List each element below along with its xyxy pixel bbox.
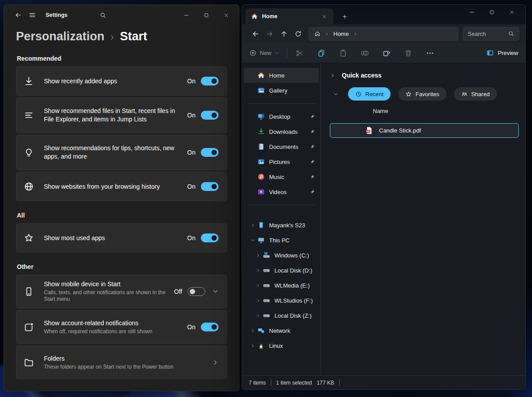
minimize-button[interactable] — [176, 8, 196, 23]
toggle-switch[interactable] — [201, 111, 219, 120]
chevron-right-icon[interactable] — [254, 296, 262, 305]
sidebar-item-documents[interactable]: Documents — [244, 139, 319, 154]
nav-back-button[interactable] — [248, 27, 262, 40]
minimize-button[interactable] — [462, 5, 482, 19]
settings-item-show-account-related-notifications[interactable]: Show account-related notificationsWhen o… — [16, 310, 227, 344]
hamburger-icon — [29, 12, 36, 19]
breadcrumb-parent[interactable]: Personalization — [16, 30, 105, 43]
chevron-right-icon[interactable] — [330, 73, 336, 78]
share-icon[interactable] — [382, 49, 391, 58]
maximize-button[interactable] — [196, 8, 216, 23]
chevron-right-icon[interactable] — [353, 31, 358, 36]
chevron-down-icon — [212, 288, 219, 295]
close-button[interactable] — [502, 5, 522, 19]
maximize-icon — [489, 9, 495, 15]
arrow-up-icon — [280, 30, 288, 38]
explorer-tabstrip: Home — [242, 5, 525, 24]
sidebar-item-network[interactable]: Network — [244, 323, 319, 338]
setting-description: Calls, texts, and other notifications ar… — [44, 289, 170, 303]
sidebar-item-wlstudios-f[interactable]: WLStudios (F:) — [244, 293, 319, 308]
settings-item-show-recommendations-for-tips-shortcuts-new-apps-and-more[interactable]: Show recommendations for tips, shortcuts… — [16, 135, 227, 170]
tab-favorites[interactable]: Favorites — [398, 87, 446, 101]
chevron-right-icon[interactable] — [325, 31, 329, 36]
toggle-switch[interactable] — [201, 323, 219, 331]
setting-label: Folders — [44, 354, 201, 363]
sidebar-item-music[interactable]: Music — [244, 169, 319, 184]
toggle-switch[interactable] — [188, 287, 205, 296]
menu-button[interactable] — [25, 8, 39, 22]
tab-recent[interactable]: Recent — [348, 87, 391, 101]
sidebar-item-videos[interactable]: Videos — [244, 184, 319, 199]
sidebar-item-label: Windows (C:) — [274, 252, 315, 259]
nav-forward-button[interactable] — [262, 27, 277, 40]
settings-item-show-recommended-files-in-start-recent-files-in-file-explorer-and-items-in-jump-lists[interactable]: Show recommended files in Start, recent … — [16, 97, 227, 133]
settings-item-show-most-used-apps[interactable]: Show most used appsOn — [16, 223, 227, 253]
copy-icon[interactable] — [317, 49, 326, 58]
search-button[interactable] — [96, 8, 110, 22]
sidebar-item-gallery[interactable]: Gallery — [244, 83, 319, 98]
sidebar-item-this-pc[interactable]: This PC — [244, 233, 319, 248]
more-icon[interactable] — [426, 49, 434, 58]
sidebar-item-local-disk-d[interactable]: Local Disk (D:) — [244, 263, 319, 278]
sidebar-item-home[interactable]: Home — [244, 68, 319, 83]
sidebar-item-wlmedia-e[interactable]: WLMedia (E:) — [244, 278, 319, 293]
chevron-right-icon[interactable] — [254, 281, 262, 290]
toggle-state-label: On — [187, 112, 196, 119]
toggle-switch[interactable] — [201, 234, 219, 242]
close-button[interactable] — [216, 8, 236, 23]
settings-item-show-websites-from-your-browsing-history[interactable]: Show websites from your browsing history… — [16, 172, 227, 201]
settings-item-folders[interactable]: FoldersThese folders appear on Start nex… — [16, 346, 227, 379]
sidebar-item-local-disk-z[interactable]: Local Disk (Z:) — [244, 308, 319, 323]
chevron-right-icon[interactable] — [248, 326, 257, 335]
chevron-down-icon[interactable] — [333, 91, 339, 97]
chevron-right-icon — [256, 298, 261, 303]
tab-close-button[interactable] — [319, 12, 329, 21]
search-box[interactable]: Search — [463, 27, 519, 41]
toggle-state-label: Off — [174, 288, 182, 295]
back-button[interactable] — [11, 8, 25, 22]
sidebar-item-mayank-s-s23[interactable]: Mayank's S23 — [244, 218, 319, 233]
toggle-switch[interactable] — [201, 148, 219, 157]
address-segment-home[interactable]: Home — [333, 31, 349, 37]
cut-icon[interactable] — [295, 49, 304, 58]
new-tab-button[interactable] — [338, 10, 351, 23]
chevron-right-icon[interactable] — [254, 311, 262, 320]
chevron-right-icon[interactable] — [254, 251, 262, 260]
sidebar-item-pictures[interactable]: Pictures — [244, 154, 319, 169]
preview-toggle[interactable]: Preview — [486, 49, 518, 57]
chevron-right-icon[interactable] — [248, 341, 257, 350]
tab-shared[interactable]: Shared — [454, 87, 497, 101]
column-header-name[interactable]: Name — [373, 108, 517, 114]
rename-icon[interactable] — [360, 49, 369, 58]
nav-up-button[interactable] — [277, 27, 291, 40]
status-bar: 7 items 1 item selected 177 KB — [242, 375, 525, 389]
home-icon — [314, 31, 321, 37]
chevron-right-icon[interactable] — [254, 266, 262, 275]
explorer-tab-home[interactable]: Home — [246, 8, 333, 24]
sidebar-item-downloads[interactable]: Downloads — [244, 124, 319, 139]
maximize-icon — [203, 12, 209, 18]
paste-icon[interactable] — [339, 49, 348, 58]
chevron-down-icon[interactable] — [248, 236, 257, 245]
arrow-left-icon — [252, 30, 259, 38]
sidebar-item-label: Gallery — [269, 87, 315, 94]
setting-controls: On — [187, 111, 219, 120]
toggle-switch[interactable] — [201, 77, 219, 86]
file-row-candle-stick-pdf[interactable]: PDFCandle Stick.pdf — [330, 123, 519, 138]
delete-icon[interactable] — [404, 49, 413, 58]
sidebar-item-linux[interactable]: Linux — [244, 338, 319, 353]
sidebar-item-windows-c[interactable]: Windows (C:) — [244, 248, 319, 263]
sidebar-item-desktop[interactable]: Desktop — [244, 109, 319, 124]
quick-access-group[interactable]: Quick access — [330, 70, 517, 81]
status-divider — [271, 379, 271, 386]
new-button[interactable]: New — [249, 49, 279, 57]
settings-item-show-mobile-device-in-start[interactable]: Show mobile device in StartCalls, texts,… — [16, 275, 227, 308]
address-bar[interactable]: Home — [309, 27, 458, 41]
drive-icon — [262, 296, 270, 304]
refresh-button[interactable] — [291, 27, 305, 40]
this-pc-icon — [257, 236, 265, 244]
maximize-button[interactable] — [482, 5, 502, 19]
toggle-switch[interactable] — [201, 182, 219, 191]
settings-item-show-recently-added-apps[interactable]: Show recently added appsOn — [16, 66, 227, 96]
chevron-right-icon[interactable] — [248, 221, 257, 230]
